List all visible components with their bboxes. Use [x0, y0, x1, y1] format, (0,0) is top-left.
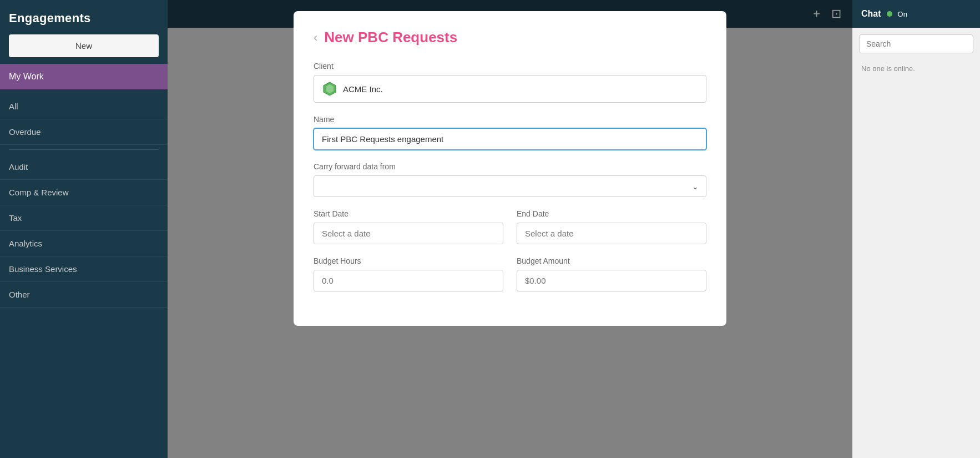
main-area: + ⊡ ‹ New PBC Requests Client ACME Inc. [168, 0, 852, 458]
chat-search-wrapper [852, 28, 980, 60]
chat-panel: Chat On No one is online. [852, 0, 980, 458]
sidebar-item-all[interactable]: All [0, 94, 168, 119]
end-date-label: End Date [517, 209, 706, 218]
sidebar-item-analytics[interactable]: Analytics [0, 231, 168, 256]
sidebar-nav: All Overdue Audit Comp & Review Tax Anal… [0, 89, 168, 312]
modal-overlay: ‹ New PBC Requests Client ACME Inc. Name [168, 0, 852, 458]
online-status-icon [887, 11, 892, 17]
sidebar-item-overdue[interactable]: Overdue [0, 119, 168, 145]
client-field[interactable]: ACME Inc. [314, 75, 706, 103]
chat-search-input[interactable] [859, 34, 973, 53]
chat-no-online-message: No one is online. [852, 60, 980, 77]
carry-forward-label: Carry forward data from [314, 162, 706, 171]
budget-amount-input[interactable] [517, 270, 706, 291]
modal-title: New PBC Requests [324, 29, 457, 46]
online-label: On [898, 10, 907, 18]
carry-forward-form-group: Carry forward data from ⌄ [314, 162, 706, 197]
sidebar-item-tax[interactable]: Tax [0, 205, 168, 231]
budget-amount-label: Budget Amount [517, 256, 706, 265]
start-date-label: Start Date [314, 209, 503, 218]
end-date-form-group: End Date [517, 209, 706, 244]
sidebar-item-other[interactable]: Other [0, 282, 168, 308]
modal-header: ‹ New PBC Requests [314, 29, 706, 46]
name-input[interactable] [314, 128, 706, 150]
sidebar-header: Engagements [0, 0, 168, 34]
sidebar-divider [9, 149, 159, 150]
modal: ‹ New PBC Requests Client ACME Inc. Name [294, 11, 726, 326]
budget-row: Budget Hours Budget Amount [314, 256, 706, 304]
sidebar-item-my-work[interactable]: My Work [0, 64, 168, 89]
client-logo-icon [322, 81, 337, 97]
client-label: Client [314, 62, 706, 71]
chat-header: Chat On [852, 0, 980, 28]
carry-forward-select-wrapper: ⌄ [314, 175, 706, 197]
chat-title: Chat [861, 9, 881, 19]
budget-hours-input[interactable] [314, 270, 503, 291]
new-button[interactable]: New [9, 34, 159, 57]
client-name: ACME Inc. [343, 84, 383, 94]
name-form-group: Name [314, 115, 706, 150]
date-row: Start Date End Date [314, 209, 706, 256]
sidebar: Engagements New My Work All Overdue Audi… [0, 0, 168, 458]
sidebar-item-business-services[interactable]: Business Services [0, 256, 168, 282]
start-date-form-group: Start Date [314, 209, 503, 244]
sidebar-item-audit[interactable]: Audit [0, 154, 168, 180]
sidebar-item-comp-review[interactable]: Comp & Review [0, 180, 168, 205]
start-date-input[interactable] [314, 223, 503, 244]
end-date-input[interactable] [517, 223, 706, 244]
budget-amount-form-group: Budget Amount [517, 256, 706, 291]
name-label: Name [314, 115, 706, 124]
budget-hours-form-group: Budget Hours [314, 256, 503, 291]
carry-forward-select[interactable] [314, 175, 706, 197]
modal-back-button[interactable]: ‹ [314, 32, 317, 44]
budget-hours-label: Budget Hours [314, 256, 503, 265]
client-form-group: Client ACME Inc. [314, 62, 706, 103]
